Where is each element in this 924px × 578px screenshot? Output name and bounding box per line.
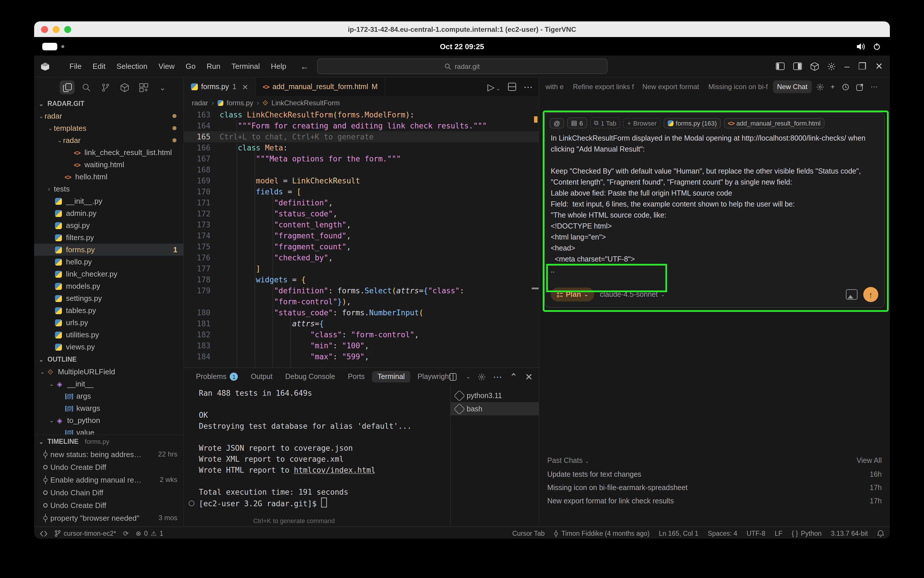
editor-more-actions-icon[interactable]: ⋯ (524, 81, 533, 92)
code-line[interactable]: 173 "content_length", (184, 219, 538, 230)
tab-add-manual-result-form[interactable]: <> add_manual_result_form.html M (256, 78, 385, 96)
status-lf[interactable]: LF (775, 530, 783, 537)
status-python[interactable]: { }Python (792, 530, 822, 537)
tree-item-tables-py[interactable]: tables.py (34, 304, 183, 317)
menu-help[interactable]: Help (271, 62, 286, 71)
outline-header[interactable]: ⌄OUTLINE (34, 353, 183, 366)
tree-item-filters-py[interactable]: filters.py (34, 231, 183, 244)
menu-terminal[interactable]: Terminal (231, 62, 260, 71)
status-cursor-tab[interactable]: Cursor Tab (512, 530, 545, 537)
window-minimize-icon[interactable]: – (844, 61, 850, 71)
timeline-header[interactable]: ⌄TIMELINEforms.py (34, 435, 183, 448)
tree-item-waiting-html[interactable]: <>waiting.html (34, 159, 183, 170)
remote-indicator[interactable] (40, 530, 47, 537)
past-chat-item[interactable]: New export format for link check results… (539, 494, 890, 507)
tree-item-tests[interactable]: ›tests (34, 183, 183, 195)
sync-icon[interactable]: ⟳ (123, 529, 129, 537)
menu-selection[interactable]: Selection (117, 62, 148, 71)
context-pill-1-tab[interactable]: ⧉1 Tab (590, 117, 620, 128)
code-line[interactable]: 166 class Meta: (184, 142, 538, 153)
tree-item-views-py[interactable]: views.py (34, 341, 183, 353)
outline-item-args[interactable]: [@]args (34, 390, 183, 402)
code-line[interactable]: 172 "status_code", (184, 208, 538, 219)
search-view-icon[interactable] (79, 80, 94, 94)
extensions-view-icon[interactable] (117, 80, 132, 94)
code-line[interactable]: 168 (184, 164, 538, 175)
git-branch-indicator[interactable]: cursor-timon-ec2* (54, 530, 116, 537)
tree-item-utilities-py[interactable]: utilities.py (34, 329, 183, 341)
panel-tab-terminal[interactable]: Terminal (372, 371, 410, 382)
panel-tab-playwright[interactable]: Playwright (412, 371, 456, 382)
window-close-icon[interactable]: ✕ (875, 61, 883, 72)
code-line[interactable]: 163class LinkCheckResultForm(forms.Model… (184, 109, 538, 120)
context-pill-forms-py-163-[interactable]: forms.py (163) (664, 118, 721, 128)
chat-message-draft[interactable]: In LinkCheckResultForm displayed in the … (545, 131, 884, 276)
code-line[interactable]: 177 ] (184, 263, 538, 274)
settings-gear-icon[interactable] (828, 62, 836, 70)
command-search-input[interactable]: radar.git (317, 58, 607, 74)
chat-input-box[interactable]: @▤6⧉1 Tab+Browserforms.py (163)<>add_man… (544, 112, 885, 308)
tree-item--init-py[interactable]: __init__.py (34, 195, 183, 207)
tree-item-urls-py[interactable]: urls.py (34, 317, 183, 329)
breadcrumb[interactable]: radar› forms.py› ⟐ LinkCheckResultForm (184, 96, 538, 109)
code-line[interactable]: 183 "min": "100", (184, 340, 538, 351)
code-line[interactable]: 170 fields = [ (184, 186, 538, 197)
chat-history-icon[interactable] (841, 83, 849, 91)
toggle-sidebar-icon[interactable] (776, 62, 785, 70)
timeline-item[interactable]: new status: being addresse...22 hrs (34, 448, 183, 461)
chat-more-icon[interactable]: ⋯ (870, 83, 877, 91)
panel-tab-debug-console[interactable]: Debug Console (280, 371, 340, 382)
outline-item--init-[interactable]: ⌄◈__init__ (34, 378, 183, 390)
timeline-item[interactable]: Enable adding manual resul...2 wks (34, 473, 183, 486)
past-chats-header[interactable]: Past Chats ⌄ (547, 456, 589, 464)
outline-item-MultipleURLField[interactable]: ⌄⟐MultipleURLField (34, 366, 183, 378)
status-bell[interactable] (877, 530, 884, 537)
timeline-item[interactable]: property "browser needed"3 mos (34, 511, 183, 524)
volume-icon[interactable] (856, 42, 865, 50)
past-chat-item[interactable]: Update tests for text changes16h (539, 468, 890, 481)
code-line[interactable]: 178 widgets = { (184, 274, 538, 285)
chat-tab-refine-export-links-f[interactable]: Refine export links f (569, 80, 637, 93)
nav-back-icon[interactable]: ← (300, 61, 309, 71)
new-chat-plus-icon[interactable]: + (831, 83, 835, 91)
past-chat-item[interactable]: Missing icon on bi-file-earmark-spreadsh… (539, 481, 890, 494)
cursor-logo-icon[interactable] (41, 62, 50, 71)
close-tab-icon[interactable]: ✕ (242, 83, 248, 91)
panel-tab-ports[interactable]: Ports (343, 371, 370, 382)
status-spaces-4[interactable]: Spaces: 4 (708, 530, 737, 537)
code-line[interactable]: 171 "definition", (184, 197, 538, 208)
code-line[interactable]: 165Ctrl+L to chat, Ctrl+K to generate (184, 132, 538, 142)
tree-item-hello-html[interactable]: <>hello.html (34, 170, 183, 183)
status-timon-fiddike-4-months-ago-[interactable]: Timon Fiddike (4 months ago) (554, 530, 650, 537)
menu-file[interactable]: File (70, 62, 81, 71)
mode-selector-plan[interactable]: Plan ⌄ (551, 287, 594, 302)
tree-item-forms-py[interactable]: forms.py1 (34, 244, 183, 256)
tree-item-asgi-py[interactable]: asgi.py (34, 219, 183, 231)
tree-item-templates[interactable]: ⌄templates (34, 122, 183, 134)
timeline-item[interactable]: Undo Chain Diff (34, 486, 183, 499)
explorer-view-icon[interactable] (60, 80, 75, 94)
code-line[interactable]: "form-control"}), (184, 296, 538, 307)
run-python-icon[interactable]: ▷ ⌄ (487, 81, 500, 92)
problems-indicator[interactable]: ⊗0 ⚠1 (136, 529, 164, 537)
timeline-item[interactable]: Undo Create Diff (34, 461, 183, 473)
code-editor[interactable]: 163class LinkCheckResultForm(forms.Model… (184, 109, 538, 367)
tree-item-link-check-result-list-html[interactable]: <>link_check_result_list.html (34, 146, 183, 159)
window-restore-icon[interactable]: ❐ (858, 61, 867, 72)
code-line[interactable]: 167 """Meta options for the form.""" (184, 153, 538, 164)
more-views-chevron-icon[interactable]: ⌄ (155, 80, 170, 94)
code-line[interactable]: 175 "fragment_count", (184, 241, 538, 252)
terminal-settings-icon[interactable] (478, 373, 486, 380)
status-3-13-7-64-bit[interactable]: 3.13.7 64-bit (831, 530, 868, 537)
chat-tab-missing-icon-on-bi-f[interactable]: Missing icon on bi-f (704, 80, 771, 93)
terminal-link[interactable]: htmlcov/index.html (294, 466, 375, 474)
menu-go[interactable]: Go (186, 62, 196, 71)
code-line[interactable]: 174 "fragment_found", (184, 230, 538, 241)
context-pill--[interactable]: @ (550, 118, 564, 128)
timeline-item[interactable]: Undo Create Diff (34, 499, 183, 511)
tree-item-models-py[interactable]: models.py (34, 280, 183, 292)
terminal-split-icon[interactable] (450, 373, 458, 380)
open-chat-window-icon[interactable] (856, 83, 864, 91)
panel-close-icon[interactable]: ✕ (525, 371, 533, 382)
cursor-ai-icon[interactable] (811, 62, 819, 70)
